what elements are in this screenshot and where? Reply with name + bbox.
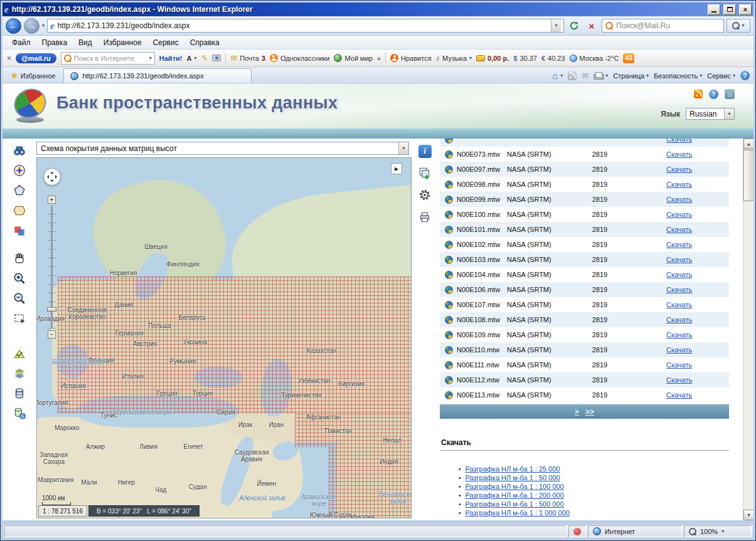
music-button[interactable]: ♪ Музыка▾ <box>436 53 472 63</box>
mailru-logo[interactable]: @mail.ru <box>16 53 56 63</box>
download-link[interactable]: Скачать <box>666 139 701 143</box>
download-link[interactable]: Скачать <box>666 316 701 323</box>
download-link[interactable]: Скачать <box>666 211 701 218</box>
usd-rate[interactable]: $ 30.37 <box>513 55 537 62</box>
layers-tool[interactable] <box>11 365 28 382</box>
select-polygon-tool[interactable] <box>11 182 28 199</box>
menu-item[interactable]: Файл <box>6 37 36 48</box>
next-page-link[interactable]: > <box>575 407 579 416</box>
minimize-button[interactable] <box>708 4 720 15</box>
favorites-button[interactable]: ★ Избранное <box>6 68 60 83</box>
export-database-tool[interactable] <box>11 386 28 402</box>
find-tool[interactable] <box>11 142 28 159</box>
database-globe-tool[interactable] <box>11 406 28 422</box>
download-list-link[interactable]: Разграфка НЛ м-ба 1 : 500 000 <box>466 500 564 508</box>
forward-button[interactable]: → <box>24 18 40 34</box>
print-button[interactable]: ▾ <box>594 72 608 80</box>
maximize-button[interactable] <box>723 4 736 15</box>
download-link[interactable]: Скачать <box>666 286 701 293</box>
close-button[interactable]: × <box>739 4 752 15</box>
vertical-scrollbar[interactable]: ▲ ▼ <box>743 139 753 520</box>
panel-collapse-button[interactable]: ▶ <box>391 163 402 174</box>
back-button[interactable]: ← <box>6 18 21 34</box>
site-home-icon[interactable]: ⌂ <box>725 89 735 99</box>
address-input[interactable]: e http://62.173.139.231/geodb/index.aspx… <box>47 19 564 33</box>
download-list-link[interactable]: Разграфка НЛ м-ба 1 : 200 000 <box>466 491 564 499</box>
zoom-plus-button[interactable]: + <box>48 196 56 204</box>
download-link[interactable]: Скачать <box>666 271 701 278</box>
zoom-out-tool[interactable] <box>11 290 28 307</box>
clip-tool[interactable] <box>11 223 28 239</box>
search-input[interactable]: Поиск@Mail.Ru <box>602 19 724 33</box>
refresh-button[interactable] <box>567 19 582 33</box>
stop-button[interactable]: × <box>584 19 599 33</box>
download-link[interactable]: Скачать <box>666 181 701 188</box>
menu-item[interactable]: Сервис <box>147 37 184 48</box>
map-pan-control[interactable] <box>43 168 61 186</box>
map-canvas[interactable]: ШвецияФинляндияНорвегияДанияСоединенное … <box>36 157 412 518</box>
address-dropdown-icon[interactable]: ▾ <box>551 19 561 32</box>
odnoklassniki-button[interactable]: Одноклассники <box>270 54 330 62</box>
measure-tool[interactable] <box>11 345 28 362</box>
menu-item[interactable]: Справка <box>184 37 225 48</box>
mailru-search-input[interactable]: Поиск в Интернете ▾ <box>61 52 155 65</box>
last-page-link[interactable]: >> <box>585 407 594 416</box>
home-button[interactable]: ⌂▾ <box>552 71 563 80</box>
object-info-tool[interactable]: i <box>417 144 432 159</box>
add-layer-tool[interactable] <box>417 165 432 181</box>
menu-item[interactable]: Правка <box>36 37 73 48</box>
download-link[interactable]: Скачать <box>666 361 701 369</box>
menu-item[interactable]: Избранное <box>98 37 147 48</box>
download-list-link[interactable]: Разграфка НЛ м-ба 1 : 25 000 <box>466 465 560 473</box>
download-link[interactable]: Скачать <box>666 346 701 354</box>
download-link[interactable]: Скачать <box>666 391 701 399</box>
print-tool[interactable] <box>417 209 432 224</box>
select-dropdown-icon[interactable]: ▾ <box>398 142 408 154</box>
settings-tool[interactable] <box>417 187 432 202</box>
download-link[interactable]: Скачать <box>666 376 701 384</box>
history-dropdown-icon[interactable]: ▾ <box>42 23 45 28</box>
select-area-tool[interactable] <box>11 310 28 327</box>
scroll-down-icon[interactable]: ▼ <box>743 510 753 520</box>
scrollbar-thumb[interactable] <box>743 150 753 201</box>
download-link[interactable]: Скачать <box>666 301 701 308</box>
font-size-button[interactable]: A▾ <box>186 55 196 62</box>
site-help-icon[interactable]: ? <box>709 90 718 99</box>
download-link[interactable]: Скачать <box>666 241 701 248</box>
feeds-icon[interactable] <box>568 71 577 80</box>
zoom-slider-thumb[interactable] <box>47 307 56 312</box>
wallet-button[interactable]: 0,00 р. <box>476 55 509 62</box>
download-list-link[interactable]: Разграфка НЛ м-ба 1 : 1 000 000 <box>466 509 570 517</box>
moy-mir-button[interactable]: Мой мир <box>334 54 372 62</box>
download-list-link[interactable]: Разграфка НЛ м-ба 1 : 100 000 <box>466 483 564 490</box>
read-mail-icon[interactable]: ✉ <box>582 71 588 80</box>
scroll-up-icon[interactable]: ▲ <box>743 139 753 149</box>
download-link[interactable]: Скачать <box>666 165 701 173</box>
find-button[interactable]: Найти! <box>159 55 183 62</box>
download-link[interactable]: Скачать <box>666 196 701 203</box>
compass-tool[interactable] <box>11 162 28 179</box>
photos-icon[interactable] <box>212 55 221 61</box>
zoom-in-tool[interactable] <box>11 270 28 286</box>
download-link[interactable]: Скачать <box>666 331 701 339</box>
eur-rate[interactable]: € 40.23 <box>541 55 565 62</box>
zoom-pane[interactable]: 100% ▾ <box>684 525 752 537</box>
browser-tab[interactable]: http://62.173.139.231/geodb/index.aspx <box>63 68 252 83</box>
edit-icon[interactable]: ✎ <box>201 53 208 63</box>
menu-item[interactable]: Вид <box>73 37 98 48</box>
weather-button[interactable]: Москва -2°C <box>570 55 619 62</box>
close-toolbar-icon[interactable]: × <box>7 54 11 63</box>
toolbar-overflow-icon[interactable]: » <box>377 55 381 62</box>
search-button[interactable]: ▾ <box>727 19 750 33</box>
zoom-minus-button[interactable]: − <box>48 330 56 339</box>
language-select[interactable]: Russian ▾ <box>686 108 735 120</box>
like-button[interactable]: Нравится <box>390 54 432 62</box>
download-link[interactable]: Скачать <box>666 256 701 263</box>
pan-tool[interactable] <box>11 250 28 266</box>
select-region-tool[interactable] <box>11 202 28 219</box>
download-list-link[interactable]: Разграфка НЛ м-ба 1 : 50 000 <box>466 474 560 481</box>
map-layer-select[interactable]: Схема покрытия данных матриц высот ▾ <box>36 142 409 155</box>
download-link[interactable]: Скачать <box>666 226 701 233</box>
download-link[interactable]: Скачать <box>666 150 701 158</box>
site-rss-icon[interactable] <box>694 90 703 98</box>
